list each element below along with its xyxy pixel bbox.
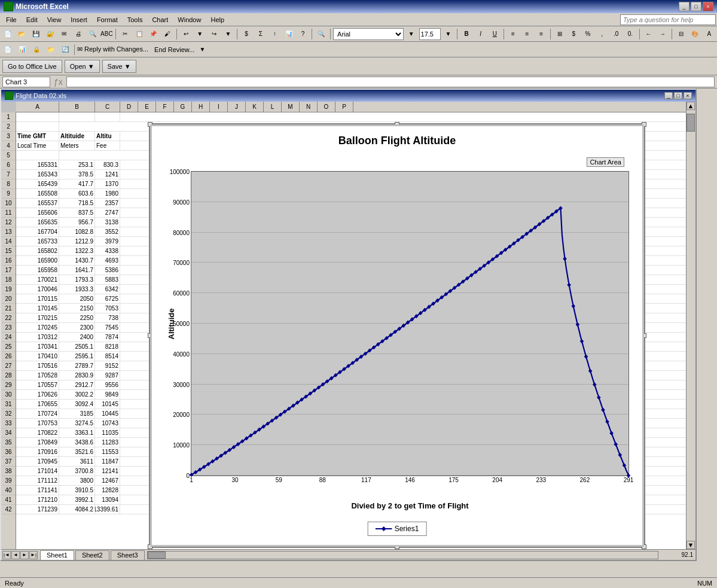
- cell-c31[interactable]: 10145: [95, 400, 120, 409]
- row-num-8[interactable]: 8: [1, 179, 16, 189]
- cell-c29[interactable]: 9556: [95, 380, 120, 389]
- dec-inc-button[interactable]: .0: [609, 28, 623, 40]
- cell-b28[interactable]: 2830.9: [59, 371, 95, 380]
- chart-button[interactable]: 📊: [282, 28, 295, 40]
- row-num-15[interactable]: 15: [1, 246, 16, 256]
- menu-format[interactable]: Format: [92, 13, 123, 26]
- cell-c40[interactable]: 12828: [95, 486, 120, 495]
- row-num-6[interactable]: 6: [1, 160, 16, 170]
- col-header-i[interactable]: I: [210, 102, 228, 112]
- row-num-27[interactable]: 27: [1, 361, 16, 371]
- border-button[interactable]: ⊟: [675, 28, 688, 40]
- sheet-tab-sheet2[interactable]: Sheet2: [75, 550, 109, 560]
- scroll-thumb-h[interactable]: [148, 552, 166, 559]
- indent-inc-button[interactable]: →: [656, 28, 669, 40]
- cell-b41[interactable]: 3992.1: [59, 495, 95, 504]
- save-button2[interactable]: Save▼: [102, 60, 136, 73]
- open-button2[interactable]: Open▼: [65, 60, 100, 73]
- row-num-23[interactable]: 23: [1, 323, 16, 333]
- cell-a1[interactable]: [16, 112, 59, 121]
- col-header-f[interactable]: F: [156, 102, 174, 112]
- format-painter-button[interactable]: 🖌: [161, 28, 174, 40]
- row-num-18[interactable]: 18: [1, 275, 16, 285]
- col-header-j[interactable]: J: [228, 102, 246, 112]
- cell-b35[interactable]: 3438.6: [59, 438, 95, 447]
- row-num-2[interactable]: 2: [1, 122, 16, 132]
- percent-button[interactable]: %: [581, 28, 594, 40]
- minimize-button[interactable]: _: [679, 2, 689, 11]
- cell-c18[interactable]: 5883: [95, 275, 120, 284]
- cell-b33[interactable]: 3274.5: [59, 419, 95, 428]
- font-color-button[interactable]: A: [703, 28, 716, 40]
- cell-c34[interactable]: 11035: [95, 428, 120, 437]
- cell-a3[interactable]: Time GMT: [16, 132, 59, 141]
- cell-a33[interactable]: 170753: [16, 419, 59, 428]
- cell-a31[interactable]: 170655: [16, 400, 59, 409]
- font-size-input[interactable]: [419, 28, 441, 40]
- indent-dec-button[interactable]: ←: [642, 28, 655, 40]
- col-header-k[interactable]: K: [246, 102, 264, 112]
- cell-a26[interactable]: 170410: [16, 352, 59, 361]
- row-num-39[interactable]: 39: [1, 476, 16, 486]
- currency-button[interactable]: $: [240, 28, 253, 40]
- cell-b34[interactable]: 3363.1: [59, 428, 95, 437]
- row-num-41[interactable]: 41: [1, 495, 16, 505]
- cell-a28[interactable]: 170528: [16, 371, 59, 380]
- row-num-21[interactable]: 21: [1, 304, 16, 313]
- row-num-16[interactable]: 16: [1, 256, 16, 266]
- cell-c15[interactable]: 4338: [95, 246, 120, 255]
- cell-a35[interactable]: 170849: [16, 438, 59, 447]
- row-num-31[interactable]: 31: [1, 400, 16, 409]
- cell-b13[interactable]: 1082.8: [59, 227, 95, 236]
- cell-a29[interactable]: 170557: [16, 380, 59, 389]
- zoom-button[interactable]: 🔍: [315, 28, 328, 40]
- cell-c24[interactable]: 7874: [95, 333, 120, 342]
- menu-file[interactable]: File: [1, 13, 22, 26]
- save-button[interactable]: 💾: [29, 28, 42, 40]
- cell-b20[interactable]: 2050: [59, 294, 95, 303]
- cell-b15[interactable]: 1322.3: [59, 246, 95, 255]
- row-num-11[interactable]: 11: [1, 208, 16, 218]
- cell-a37[interactable]: 170945: [16, 457, 59, 466]
- cell-b36[interactable]: 3521.6: [59, 447, 95, 456]
- end-review-dropdown[interactable]: ▼: [196, 44, 209, 56]
- cell-a16[interactable]: 165900: [16, 256, 59, 265]
- cell-a18[interactable]: 170021: [16, 275, 59, 284]
- col-header-h[interactable]: H: [192, 102, 210, 112]
- cell-a41[interactable]: 171210: [16, 495, 59, 504]
- cell-a14[interactable]: 165733: [16, 237, 59, 246]
- fill-button[interactable]: 🎨: [689, 28, 702, 40]
- cell-c26[interactable]: 8514: [95, 352, 120, 361]
- cell-a24[interactable]: 170312: [16, 333, 59, 342]
- scroll-down-button[interactable]: ▼: [687, 541, 695, 549]
- cell-b29[interactable]: 2912.7: [59, 380, 95, 389]
- row-num-17[interactable]: 17: [1, 266, 16, 275]
- row-num-38[interactable]: 38: [1, 467, 16, 476]
- cell-b42[interactable]: 4084.2: [59, 505, 95, 514]
- cell-a7[interactable]: 165343: [16, 170, 59, 179]
- cell-a32[interactable]: 170724: [16, 409, 59, 418]
- row-num-3[interactable]: 3: [1, 132, 16, 141]
- cell-c32[interactable]: 10445: [95, 409, 120, 418]
- row-num-14[interactable]: 14: [1, 237, 16, 246]
- cell-c30[interactable]: 9849: [95, 390, 120, 399]
- cell-c36[interactable]: 11553: [95, 447, 120, 456]
- cell-b18[interactable]: 1793.3: [59, 275, 95, 284]
- cell-b22[interactable]: 2250: [59, 313, 95, 322]
- cell-b37[interactable]: 3611: [59, 457, 95, 466]
- col-header-a[interactable]: A: [16, 102, 59, 112]
- scroll-thumb-v[interactable]: [687, 114, 695, 132]
- cell-c33[interactable]: 10743: [95, 419, 120, 428]
- tab-last-button[interactable]: ►|: [29, 551, 38, 559]
- permissions-button[interactable]: 🔐: [44, 28, 57, 40]
- cell-b8[interactable]: 417.7: [59, 179, 95, 188]
- cell-a17[interactable]: 165958: [16, 266, 59, 275]
- cell-c20[interactable]: 6725: [95, 294, 120, 303]
- currency2-button[interactable]: $: [568, 28, 581, 40]
- scroll-up-button[interactable]: ▲: [687, 102, 695, 110]
- dec-dec-button[interactable]: 0.: [624, 28, 637, 40]
- bold-button[interactable]: B: [460, 28, 473, 40]
- col-header-l[interactable]: L: [264, 102, 282, 112]
- cell-a10[interactable]: 165537: [16, 199, 59, 208]
- cell-b4[interactable]: Meters: [59, 141, 95, 150]
